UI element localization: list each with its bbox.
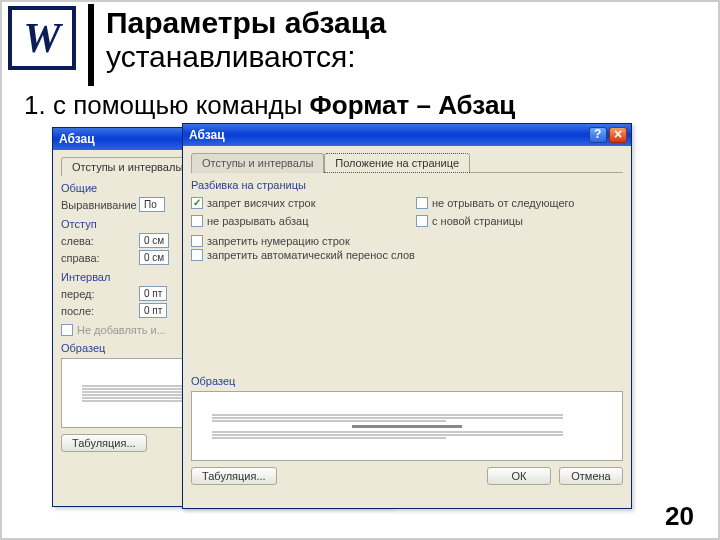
tab-indents-intervals-front[interactable]: Отступы и интервалы bbox=[191, 153, 324, 173]
header-divider bbox=[88, 4, 94, 86]
value-interval-before[interactable]: 0 пт bbox=[139, 286, 167, 301]
label-indent-left: слева: bbox=[61, 235, 133, 247]
window-title-front: Абзац bbox=[189, 128, 225, 142]
checkbox-page-break-icon[interactable] bbox=[416, 215, 428, 227]
close-icon[interactable] bbox=[609, 127, 627, 143]
preview-front bbox=[191, 391, 623, 461]
group-pagination: Разбивка на страницы bbox=[191, 179, 623, 191]
checkbox-page-break-label: с новой страницы bbox=[432, 215, 523, 227]
checkbox-no-add-icon[interactable] bbox=[61, 324, 73, 336]
checkbox-widow-label: запрет висячих строк bbox=[207, 197, 316, 209]
label-indent-right: справа: bbox=[61, 252, 133, 264]
tabs-button-front[interactable]: Табуляция... bbox=[191, 467, 277, 485]
checkbox-suppress-hyphen-label: запретить автоматический перенос слов bbox=[207, 249, 415, 261]
group-sample-front: Образец bbox=[191, 375, 623, 387]
ok-button[interactable]: ОК bbox=[487, 467, 551, 485]
tab-indents-intervals[interactable]: Отступы и интервалы bbox=[61, 157, 194, 176]
checkbox-keep-next-label: не отрывать от следующего bbox=[432, 197, 574, 209]
label-interval-after: после: bbox=[61, 305, 133, 317]
slide-title-regular: устанавливаются: bbox=[106, 40, 386, 74]
window-title: Абзац bbox=[59, 132, 95, 146]
value-indent-left[interactable]: 0 см bbox=[139, 233, 169, 248]
value-alignment[interactable]: По bbox=[139, 197, 165, 212]
subtitle-prefix: 1. с помощью команды bbox=[24, 90, 310, 120]
checkbox-keep-together-label: не разрывать абзац bbox=[207, 215, 309, 227]
checkbox-keep-together-icon[interactable] bbox=[191, 215, 203, 227]
checkbox-suppress-lines-icon[interactable] bbox=[191, 235, 203, 247]
dialog-paragraph-pagination: Абзац Отступы и интервалы Положение на с… bbox=[182, 123, 632, 509]
value-indent-right[interactable]: 0 см bbox=[139, 250, 169, 265]
tabs-button-back[interactable]: Табуляция... bbox=[61, 434, 147, 452]
word-icon: W bbox=[8, 6, 76, 70]
slide-subtitle: 1. с помощью команды Формат – Абзац bbox=[2, 86, 718, 125]
checkbox-no-add-label: Не добавлять и... bbox=[77, 324, 166, 336]
page-number: 20 bbox=[665, 501, 694, 532]
slide-title-bold: Параметры абзаца bbox=[106, 6, 386, 40]
label-alignment: Выравнивание bbox=[61, 199, 133, 211]
checkbox-keep-next-icon[interactable] bbox=[416, 197, 428, 209]
label-interval-before: перед: bbox=[61, 288, 133, 300]
help-icon[interactable] bbox=[589, 127, 607, 143]
value-interval-after[interactable]: 0 пт bbox=[139, 303, 167, 318]
cancel-button[interactable]: Отмена bbox=[559, 467, 623, 485]
checkbox-widow-icon[interactable]: ✓ bbox=[191, 197, 203, 209]
tab-page-position[interactable]: Положение на странице bbox=[324, 153, 470, 173]
checkbox-suppress-lines-label: запретить нумерацию строк bbox=[207, 235, 350, 247]
dialogs-area: Абзац Отступы и интервалы Общие Выравнив… bbox=[52, 127, 642, 519]
subtitle-bold: Формат – Абзац bbox=[310, 90, 516, 120]
titlebar-front[interactable]: Абзац bbox=[183, 124, 631, 146]
checkbox-suppress-hyphen-icon[interactable] bbox=[191, 249, 203, 261]
